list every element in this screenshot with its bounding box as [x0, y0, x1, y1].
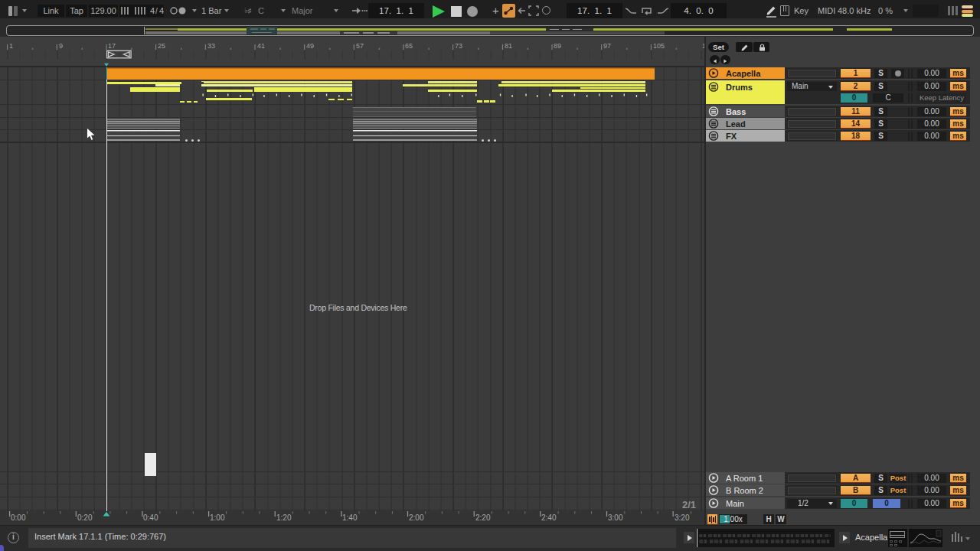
svg-text:4: 4	[150, 6, 155, 15]
svg-text:4: 4	[159, 6, 164, 15]
svg-text:/: /	[155, 7, 158, 15]
